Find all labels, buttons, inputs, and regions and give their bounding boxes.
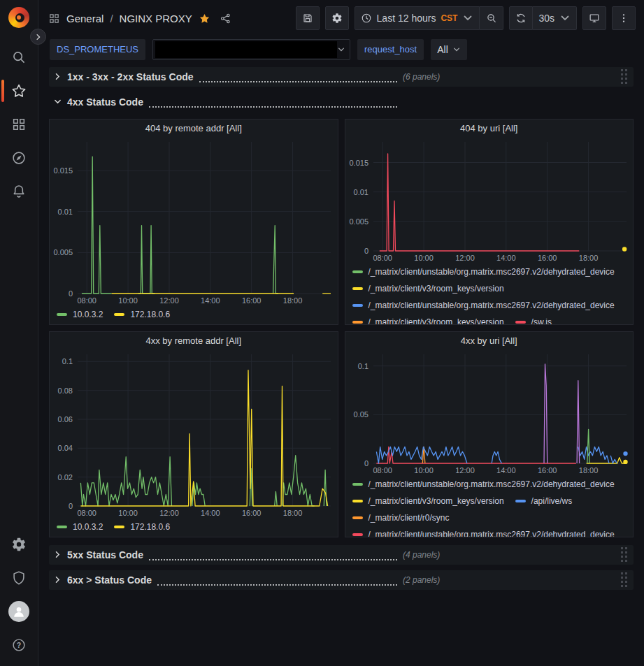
chart-legend: /_matrix/client/unstable/org.matrix.msc2… — [345, 263, 634, 324]
refresh-button[interactable] — [509, 6, 533, 30]
legend-item[interactable]: /_matrix/client/v3/room_keys/version — [352, 493, 504, 509]
sidebar-item-search[interactable] — [0, 41, 38, 74]
zoom-out-icon — [486, 13, 497, 24]
chart-canvas[interactable]: 08:0010:0012:0014:0016:0018:0000.050.1 — [345, 350, 634, 476]
sidebar-item-help[interactable] — [0, 628, 38, 662]
svg-text:0.1: 0.1 — [357, 362, 368, 370]
svg-text:0.08: 0.08 — [58, 386, 73, 395]
host-variable-label[interactable]: request_host — [357, 39, 424, 60]
legend-item[interactable]: 10.0.3.2 — [57, 306, 103, 323]
sidebar-item-explore[interactable] — [0, 141, 38, 175]
svg-text:08:00: 08:00 — [373, 466, 392, 475]
sidebar-item-dashboards[interactable] — [0, 108, 38, 141]
timeseries-chart[interactable]: 08:0010:0012:0014:0016:0018:0000.0050.01… — [50, 138, 338, 306]
svg-text:16:00: 16:00 — [537, 466, 557, 475]
timeseries-chart[interactable]: 08:0010:0012:0014:0016:0018:0000.020.040… — [50, 350, 338, 519]
chevron-down-icon — [462, 13, 473, 24]
legend-item[interactable]: 172.18.0.6 — [114, 306, 170, 323]
panel-404-by-remote-addr: 404 by remote addr [All] 08:0010:0012:00… — [49, 119, 338, 325]
legend-series-color — [352, 287, 363, 290]
svg-text:12:00: 12:00 — [159, 509, 179, 517]
row-6xx[interactable]: 6xx > Status Code (2 panels) — [49, 570, 634, 590]
svg-text:08:00: 08:00 — [77, 509, 96, 517]
chart-legend: /_matrix/client/unstable/org.matrix.msc2… — [345, 476, 634, 537]
breadcrumb: General / NGINX PROXY — [48, 13, 231, 24]
panel-title[interactable]: 4xx by remote addr [All] — [50, 332, 338, 350]
legend-series-color — [352, 533, 363, 536]
chart-canvas[interactable]: 08:0010:0012:0014:0016:0018:0000.020.040… — [50, 350, 338, 519]
legend-item[interactable]: /_matrix/client/unstable/org.matrix.msc2… — [352, 263, 615, 280]
row-drag-handle[interactable] — [621, 69, 628, 85]
time-controls-group: Last 12 hours CST — [355, 6, 504, 30]
legend-series-label: /api/live/ws — [531, 493, 573, 509]
row-dotted-leader — [149, 549, 397, 561]
legend-item[interactable]: /_matrix/client/v3/room_keys/version — [352, 314, 504, 324]
time-range-picker[interactable]: Last 12 hours CST — [355, 6, 480, 30]
kebab-menu-button[interactable] — [612, 6, 636, 30]
svg-text:14:00: 14:00 — [201, 296, 220, 305]
favorite-star-icon[interactable] — [199, 13, 210, 24]
save-dashboard-button[interactable] — [296, 6, 320, 30]
legend-item[interactable]: /_matrix/client/unstable/org.matrix.msc2… — [352, 526, 615, 537]
row-title: 4xx Status Code — [67, 96, 143, 108]
row-5xx[interactable]: 5xx Status Code (4 panels) — [49, 545, 634, 565]
svg-text:08:00: 08:00 — [373, 254, 392, 262]
legend-item[interactable]: /_matrix/client/unstable/org.matrix.msc2… — [352, 297, 615, 314]
share-icon[interactable] — [220, 13, 231, 24]
legend-item[interactable]: /_matrix/client/v3/room_keys/version — [352, 280, 504, 297]
legend-item[interactable]: 10.0.3.2 — [57, 519, 103, 535]
legend-item[interactable]: /_matrix/client/r0/sync — [352, 509, 450, 526]
dashboard-settings-button[interactable] — [325, 6, 349, 30]
row-4xx[interactable]: 4xx Status Code — [49, 92, 634, 112]
svg-text:0.005: 0.005 — [349, 217, 368, 226]
sidebar-item-starred[interactable] — [0, 74, 38, 108]
row-drag-handle[interactable] — [621, 572, 628, 588]
sidebar-item-alerting[interactable] — [0, 175, 38, 208]
row-panel-count: (6 panels) — [403, 72, 440, 82]
panel-title[interactable]: 404 by remote addr [All] — [50, 120, 338, 138]
refresh-interval-label: 30s — [538, 13, 554, 24]
legend-item[interactable]: 172.18.0.6 — [114, 519, 170, 535]
legend-series-label: 172.18.0.6 — [130, 519, 170, 535]
host-variable-select[interactable]: All — [431, 39, 467, 60]
timeseries-chart[interactable]: 08:0010:0012:0014:0016:0018:0000.0050.01… — [345, 138, 634, 263]
datasource-variable-label[interactable]: DS_PROMETHEUS — [50, 39, 145, 60]
datasource-variable-select[interactable] — [152, 39, 350, 60]
legend-series-color — [352, 304, 363, 307]
chart-canvas[interactable]: 08:0010:0012:0014:0016:0018:0000.0050.01… — [50, 138, 338, 306]
sidebar-expand-button[interactable] — [30, 29, 46, 45]
zoom-out-time-button[interactable] — [480, 6, 503, 30]
bell-icon — [11, 184, 27, 199]
grafana-app: General / NGINX PROXY Last 12 hours CST — [0, 0, 644, 666]
save-icon — [302, 13, 313, 24]
panel-title[interactable]: 4xx by uri [All] — [345, 332, 634, 350]
breadcrumb-dashboard-title[interactable]: NGINX PROXY — [120, 13, 192, 24]
timezone-label: CST — [441, 13, 457, 23]
timeseries-chart[interactable]: 08:0010:0012:0014:0016:0018:0000.050.1 — [345, 350, 634, 476]
legend-series-label: /_matrix/client/unstable/org.matrix.msc2… — [368, 476, 615, 493]
host-variable-value: All — [437, 44, 448, 55]
svg-text:10:00: 10:00 — [414, 254, 434, 262]
legend-item[interactable]: /sw.js — [515, 314, 552, 324]
search-icon — [11, 50, 27, 65]
row-drag-handle[interactable] — [621, 547, 628, 563]
svg-text:14:00: 14:00 — [201, 509, 220, 517]
tv-mode-button[interactable] — [582, 6, 606, 30]
refresh-interval-picker[interactable]: 30s — [533, 6, 577, 30]
svg-text:08:00: 08:00 — [77, 296, 96, 305]
sidebar-item-configuration[interactable] — [0, 528, 38, 561]
grafana-logo[interactable] — [8, 7, 29, 28]
chevron-right-icon — [34, 33, 43, 41]
chart-canvas[interactable]: 08:0010:0012:0014:0016:0018:0000.0050.01… — [345, 138, 634, 263]
breadcrumb-folder[interactable]: General — [66, 13, 103, 24]
sidebar-item-server-admin[interactable] — [0, 561, 38, 595]
legend-item[interactable]: /api/live/ws — [515, 493, 573, 509]
sidebar-item-profile[interactable] — [0, 595, 38, 628]
legend-item[interactable]: /_matrix/client/unstable/org.matrix.msc2… — [352, 476, 615, 493]
row-title: 1xx - 3xx - 2xx Status Code — [67, 71, 194, 82]
navbar-actions: Last 12 hours CST 30s — [296, 6, 636, 30]
panel-title[interactable]: 404 by uri [All] — [345, 120, 634, 138]
row-1xx-3xx-2xx[interactable]: 1xx - 3xx - 2xx Status Code (6 panels) — [49, 67, 634, 87]
help-icon — [11, 637, 27, 653]
chevron-down-icon — [53, 97, 62, 106]
